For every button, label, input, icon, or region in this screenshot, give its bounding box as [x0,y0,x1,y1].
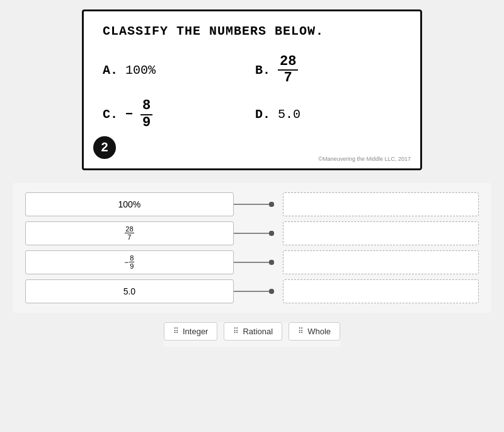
problem-grid: A. 100% B. 28 7 C. − 8 9 D. 5.0 [103,54,401,131]
drag-icon-whole: ⠿ [298,327,304,336]
match-row-1: 100% [25,192,479,216]
match-row-4: 5.0 [25,279,479,303]
connector-1 [234,204,283,205]
label-c: C. [103,107,118,122]
problem-item-a: A. 100% [103,54,249,86]
dot-right-1 [269,202,274,207]
match-target-1[interactable] [283,192,479,216]
drag-icon-integer: ⠿ [173,327,179,336]
fraction-c: 8 9 [140,98,152,130]
problem-card: CLASSIFY THE NUMBERS BELOW. A. 100% B. 2… [82,9,422,170]
label-a: A. [103,63,118,78]
problem-title: CLASSIFY THE NUMBERS BELOW. [103,24,401,38]
connector-line-1 [234,204,272,205]
connector-2 [234,233,283,234]
dot-right-2 [269,231,274,236]
fraction-b-denominator: 7 [282,71,294,86]
matching-section: 100% 28 7 − 8 [13,183,491,313]
connector-4 [234,291,283,292]
match-target-4[interactable] [283,279,479,303]
copyright: ©Maneuvering the Middle LLC, 2017 [318,156,411,162]
connector-line-3 [234,262,272,263]
value-a: 100% [125,63,156,78]
label-b: B. [255,63,270,78]
match-label-5: 5.0 [25,279,234,303]
drag-labels-row: ⠿ Integer ⠿ Rational ⠿ Whole [164,322,340,347]
value-d: 5.0 [278,107,301,122]
negative-sign-c: − [125,107,133,122]
match-label-frac8: − 8 9 [25,250,234,274]
drag-label-rational[interactable]: ⠿ Rational [224,322,282,341]
drag-label-whole[interactable]: ⠿ Whole [289,322,340,341]
fraction-8-9: 8 9 [129,254,134,270]
fraction-c-numerator: 8 [140,98,152,115]
match-target-2[interactable] [283,221,479,245]
drag-label-whole-text: Whole [307,327,331,336]
fraction-28-7: 28 7 [125,225,134,241]
dot-right-3 [269,260,274,265]
drag-icon-rational: ⠿ [233,327,239,336]
connector-line-4 [234,291,272,292]
problem-item-d: D. 5.0 [255,98,401,130]
dot-right-4 [269,289,274,294]
problem-item-b: B. 28 7 [255,54,401,86]
match-label-100: 100% [25,192,234,216]
problem-item-c: C. − 8 9 [103,98,249,130]
drag-label-rational-text: Rational [243,327,273,336]
match-label-frac28: 28 7 [25,221,234,245]
label-d: D. [255,107,270,122]
fraction-b-numerator: 28 [278,54,298,71]
match-target-3[interactable] [283,250,479,274]
problem-number-badge: 2 [93,136,116,159]
connector-line-2 [234,233,272,234]
drag-label-integer-text: Integer [183,327,208,336]
fraction-b: 28 7 [278,54,298,86]
fraction-c-denominator: 9 [140,115,152,131]
match-row-3: − 8 9 [25,250,479,274]
connector-3 [234,262,283,263]
drag-label-integer[interactable]: ⠿ Integer [164,322,217,341]
match-row-2: 28 7 [25,221,479,245]
